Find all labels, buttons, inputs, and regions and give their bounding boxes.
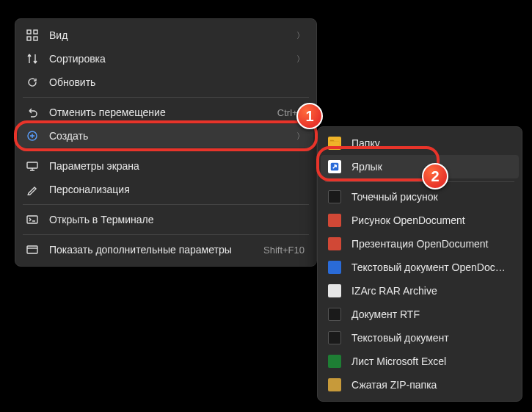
menu-item-label: Показать дополнительные параметры: [49, 244, 256, 256]
menu-item-display-settings[interactable]: Параметры экрана: [18, 154, 313, 178]
menu-item-label: Открыть в Терминале: [49, 214, 305, 225]
submenu-item-label: Презентация OpenDocument: [351, 238, 510, 250]
menu-item-undo[interactable]: Отменить перемещение Ctrl+Я: [18, 101, 313, 124]
submenu-item-folder[interactable]: Папку: [321, 131, 519, 155]
submenu-item-od-presentation[interactable]: Презентация OpenDocument: [321, 232, 519, 256]
submenu-item-label: Ярлык: [351, 161, 510, 173]
od-presentation-icon: [328, 237, 341, 250]
menu-item-view[interactable]: Вид 〉: [18, 24, 313, 47]
menu-item-more-options[interactable]: Показать дополнительные параметры Shift+…: [18, 238, 313, 261]
rtf-icon: [328, 308, 341, 321]
menu-separator: [23, 151, 309, 151]
more-icon: [26, 243, 39, 256]
menu-item-label: Вид: [49, 29, 291, 41]
menu-item-label: Обновить: [49, 76, 305, 88]
submenu-item-zip[interactable]: Сжатая ZIP-папка: [321, 373, 519, 397]
shortcut-icon: [328, 160, 341, 173]
menu-item-label: Отменить перемещение: [49, 106, 270, 118]
svg-rect-1: [34, 30, 37, 34]
menu-item-shortcut: Shift+F10: [263, 245, 305, 256]
bitmap-icon: [328, 190, 341, 203]
chevron-right-icon: 〉: [296, 131, 305, 142]
folder-icon: [328, 137, 341, 150]
submenu-item-bitmap[interactable]: Точечный рисунок: [321, 185, 519, 209]
menu-separator: [23, 234, 309, 235]
menu-item-shortcut: Ctrl+Я: [277, 107, 305, 118]
display-icon: [26, 159, 39, 173]
svg-rect-5: [27, 162, 37, 168]
submenu-item-label: Лист Microsoft Excel: [351, 355, 510, 367]
menu-item-new[interactable]: Создать 〉: [18, 124, 313, 148]
menu-item-label: Создать: [49, 130, 291, 142]
menu-item-label: Сортировка: [49, 53, 291, 65]
svg-rect-2: [27, 37, 31, 40]
od-text-icon: [328, 261, 341, 274]
menu-item-label: Параметры экрана: [49, 160, 305, 172]
text-icon: [328, 331, 341, 344]
submenu-item-label: Точечный рисунок: [351, 191, 510, 203]
view-icon: [26, 29, 39, 42]
menu-item-refresh[interactable]: Обновить: [18, 71, 313, 94]
submenu-item-rtf[interactable]: Документ RTF: [321, 303, 519, 326]
menu-item-personalize[interactable]: Персонализация: [18, 178, 313, 201]
menu-item-label: Персонализация: [49, 184, 305, 195]
od-drawing-icon: [328, 214, 341, 227]
submenu-item-label: IZArc RAR Archive: [351, 285, 510, 297]
submenu-item-label: Рисунок OpenDocument: [351, 214, 510, 226]
menu-separator: [325, 181, 514, 182]
submenu-item-label: Сжатая ZIP-папка: [351, 379, 510, 391]
svg-rect-7: [27, 246, 37, 253]
submenu-item-rar[interactable]: IZArc RAR Archive: [321, 279, 519, 303]
personalize-icon: [26, 183, 39, 196]
submenu-item-od-drawing[interactable]: Рисунок OpenDocument: [321, 209, 519, 232]
menu-separator: [23, 204, 309, 205]
svg-rect-3: [34, 37, 37, 40]
submenu-item-od-text[interactable]: Текстовый документ OpenDocument: [321, 256, 519, 279]
desktop-context-menu: Вид 〉 Сортировка 〉 Обновить Отменить пер…: [15, 18, 317, 267]
sort-icon: [26, 52, 39, 65]
new-submenu: Папку Ярлык Точечный рисунок Рисунок Ope…: [317, 126, 522, 402]
submenu-item-label: Текстовый документ OpenDocument: [351, 261, 510, 273]
submenu-item-excel[interactable]: Лист Microsoft Excel: [321, 350, 519, 373]
chevron-right-icon: 〉: [296, 30, 305, 41]
menu-item-terminal[interactable]: Открыть в Терминале: [18, 208, 313, 231]
chevron-right-icon: 〉: [296, 54, 305, 65]
terminal-icon: [26, 213, 39, 226]
submenu-item-shortcut[interactable]: Ярлык: [321, 155, 519, 178]
new-icon: [26, 129, 39, 142]
rar-icon: [328, 284, 341, 297]
submenu-item-txt[interactable]: Текстовый документ: [321, 326, 519, 350]
submenu-item-label: Папку: [351, 137, 510, 149]
menu-item-sort[interactable]: Сортировка 〉: [18, 47, 313, 71]
undo-icon: [26, 106, 39, 119]
excel-icon: [328, 355, 341, 368]
submenu-item-label: Документ RTF: [351, 308, 510, 320]
refresh-icon: [26, 76, 39, 89]
submenu-item-label: Текстовый документ: [351, 332, 510, 344]
zip-icon: [328, 378, 341, 391]
svg-rect-0: [27, 30, 31, 34]
menu-separator: [23, 97, 309, 98]
svg-rect-6: [27, 216, 37, 223]
